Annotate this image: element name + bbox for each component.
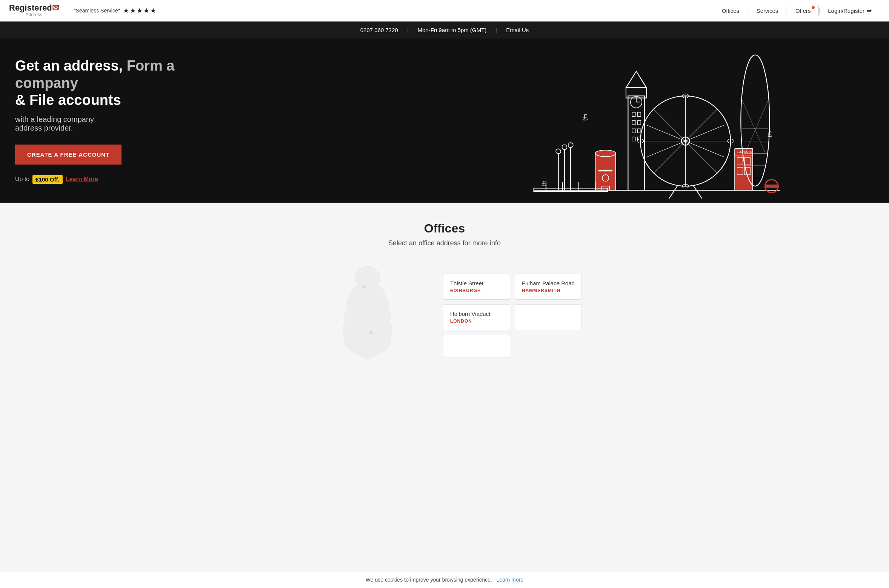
svg-line-47: [742, 100, 766, 153]
office-cards: Thistle Street EDINBURGH Fulham Palace R…: [443, 274, 582, 357]
nav-link-offers[interactable]: Offers: [788, 5, 819, 16]
main-nav: Registered✉ Address "Seamless Service" ★…: [0, 0, 889, 22]
svg-rect-9: [632, 120, 635, 125]
nav-link-services[interactable]: Services: [749, 5, 786, 16]
top-bar: 0207 060 7220 | Mon-Fri 9am to 5pm (GMT)…: [0, 22, 889, 38]
offer-prefix: Up to: [15, 176, 29, 183]
office-hours: Mon-Fri 9am to 5pm (GMT): [418, 27, 487, 33]
svg-rect-12: [638, 129, 641, 133]
svg-rect-8: [638, 112, 641, 117]
office-city: EDINBURGH: [450, 288, 503, 293]
nav-links: Offices | Services | Offers | Login/Regi…: [714, 4, 880, 17]
hero-content: Get an address, Form a company & File ac…: [15, 57, 204, 184]
rating-label: "Seamless Service": [74, 8, 120, 14]
svg-marker-3: [626, 71, 646, 88]
office-city: LONDON: [450, 319, 503, 324]
svg-point-50: [556, 149, 561, 154]
hero-section: Get an address, Form a company & File ac…: [0, 38, 889, 203]
offers-dot: [812, 6, 815, 9]
office-city: HAMMERSMITH: [522, 288, 575, 293]
svg-line-24: [694, 186, 702, 199]
hero-illustration: TELEPHONE £ £: [400, 38, 889, 203]
logo-text: Registered✉: [9, 3, 59, 12]
phone-number[interactable]: 0207 060 7220: [360, 27, 398, 33]
hero-title: Get an address, Form a company & File ac…: [15, 57, 204, 109]
svg-point-66: [369, 331, 373, 334]
offices-section: Offices Select an office address for mor…: [0, 203, 889, 381]
svg-point-54: [568, 143, 573, 148]
offer-line: Up to £100 Off. Learn More: [15, 175, 204, 184]
offices-title: Offices: [15, 222, 874, 236]
svg-text:£: £: [542, 179, 546, 188]
svg-point-52: [562, 145, 567, 150]
stars: ★★★★★: [123, 6, 157, 15]
svg-line-48: [745, 100, 768, 153]
login-arrow-icon: ➨: [867, 6, 872, 15]
svg-line-23: [669, 186, 677, 199]
svg-point-41: [741, 55, 770, 186]
svg-rect-31: [598, 170, 612, 171]
offices-content: Thistle Street EDINBURGH Fulham Palace R…: [15, 262, 874, 369]
svg-point-30: [595, 150, 616, 157]
logo[interactable]: Registered✉ Address: [9, 4, 59, 17]
email-us-link[interactable]: Email Us: [506, 27, 529, 33]
svg-rect-7: [632, 112, 635, 117]
nav-link-login[interactable]: Login/Register ➨: [820, 4, 880, 17]
logo-sub: Address: [9, 12, 59, 17]
svg-rect-29: [595, 153, 616, 190]
svg-rect-10: [638, 120, 641, 125]
office-card-extra2[interactable]: [443, 335, 510, 357]
office-card-extra1[interactable]: [515, 304, 582, 330]
office-card-thistle[interactable]: Thistle Street EDINBURGH: [443, 274, 510, 300]
office-street: Fulham Palace Road: [522, 280, 575, 286]
office-card-fulham[interactable]: Fulham Palace Road HAMMERSMITH: [515, 274, 582, 300]
svg-text:£: £: [583, 112, 588, 122]
svg-rect-59: [765, 185, 778, 188]
offices-subtitle: Select an office address for more info: [15, 239, 874, 247]
learn-more-link[interactable]: Learn More: [66, 176, 98, 183]
svg-rect-11: [632, 129, 635, 133]
create-account-button[interactable]: CREATE A FREE ACCOUNT: [15, 145, 122, 165]
hero-subtitle: with a leading companyaddress provider.: [15, 115, 204, 132]
nav-link-offices[interactable]: Offices: [714, 5, 747, 16]
uk-map: [307, 262, 428, 369]
svg-rect-13: [632, 137, 635, 141]
svg-rect-1: [628, 96, 644, 190]
office-card-holborn[interactable]: Holborn Viaduct LONDON: [443, 304, 510, 330]
office-street: Holborn Viaduct: [450, 311, 503, 317]
svg-text:£: £: [767, 129, 772, 139]
rating-wrap: "Seamless Service" ★★★★★: [74, 6, 157, 15]
office-street: Thistle Street: [450, 280, 503, 286]
offer-badge: £100 Off.: [32, 175, 62, 184]
svg-point-65: [362, 285, 366, 288]
